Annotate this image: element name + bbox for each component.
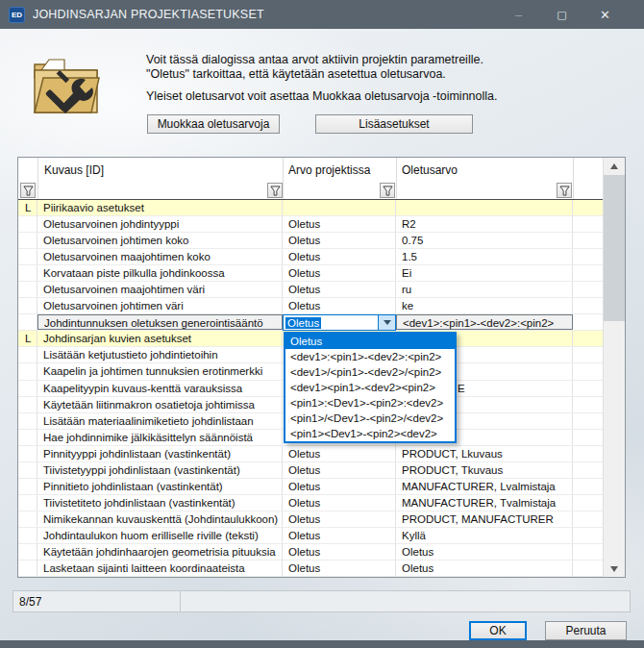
setting-label: Johdinsarjan kuvien asetukset [37,331,283,346]
extra-cell [573,561,603,576]
combobox-dropdown-button[interactable] [378,315,395,330]
project-value: Oletus [283,528,396,543]
table-row[interactable]: Oletusarvoinen johdintyyppiOletusR2 [18,216,603,233]
filter-button-marker[interactable] [20,183,36,198]
app-icon: ED [9,7,25,23]
funnel-icon [383,186,393,196]
setting-label: Oletusarvoinen johdintyyppi [37,216,283,232]
funnel-icon [270,186,281,196]
filter-button-arvo[interactable] [380,183,395,198]
table-row[interactable]: Tiivistetiteto johdinlistaan (vastinkent… [18,495,603,511]
row-marker: L [18,200,37,215]
edit-defaults-button[interactable]: Muokkaa oletusarvoja [147,114,280,134]
more-settings-button[interactable]: Lisäasetukset [315,114,473,134]
extra-cell [573,544,603,560]
default-value: PRODUCT, MANUFACTURER [396,511,573,527]
extra-cell [573,216,603,232]
row-marker [18,363,37,379]
status-bar-spacer [181,591,630,611]
dropdown-item[interactable]: <pin1>:<Dev1>-<pin2>:<dev2> [285,395,455,411]
scroll-down-button[interactable] [604,561,625,577]
table-row[interactable]: Oletusarvoinen maajohtimen kokoOletus1.5 [18,249,603,265]
row-marker [18,511,37,527]
arrow-down-icon [610,566,618,572]
value-combobox[interactable]: Oletus [283,314,396,331]
dropdown-item[interactable]: Oletus [285,334,455,349]
maximize-icon: ▢ [557,9,566,21]
extra-cell [573,331,603,346]
project-value [283,200,396,215]
table-row[interactable]: Tiivistetyyppi johdinlistaan (vastinkent… [18,462,603,479]
column-divider [396,158,397,199]
table-row[interactable]: Johdintunnuksen oletuksen generointisään… [18,314,603,331]
table-row[interactable]: Pinnityyppi johdinlistaan (vastinkentät)… [18,446,603,462]
default-value: R2 [396,216,573,232]
extra-cell [573,298,603,313]
table-row[interactable]: Pinnitieto johdinlistaan (vastinkentät)O… [18,479,603,495]
vertical-scrollbar[interactable] [603,158,625,577]
row-marker [18,413,37,429]
setting-label: Lisätään materiaalinimiketieto johdinlis… [37,413,283,429]
dropdown-item[interactable]: <dev1>/<pin1>-<dev2>/<pin2> [285,364,455,380]
table-row[interactable]: Oletusarvoinen johtimen kokoOletus0.75 [18,233,603,249]
default-value: MANUFACTURER, Tvalmistaja [396,495,573,511]
scrollbar-thumb[interactable] [604,175,625,321]
extra-cell [573,511,603,527]
row-marker [18,544,37,560]
table-row[interactable]: Korvataan piste pilkulla johdinkoossaOle… [18,265,603,282]
project-value: Oletus [283,561,396,576]
setting-label: Johdintaulukon huom erilliselle riville … [37,528,283,543]
default-value: Kyllä [396,528,573,543]
maximize-button[interactable]: ▢ [540,0,583,29]
setting-label: Kaapelin ja johtimen tunnuksien erotinme… [37,363,283,379]
setting-label: Nimikekannan kuvauskenttä (Johdintaulukk… [37,511,283,527]
row-marker [18,495,37,511]
table-row[interactable]: Oletusarvoinen johtimen väriOletuske [18,298,603,314]
default-value: PRODUCT, Lkuvaus [396,446,573,461]
extra-cell [573,282,603,297]
column-header-arvo[interactable]: Arvo projektissa [288,158,370,182]
funnel-icon [559,186,570,196]
column-header-oletusarvo[interactable]: Oletusarvo [402,158,458,182]
intro-line-3: Yleiset oletusarvot voit asettaa Muokkaa… [146,89,497,103]
dropdown-item[interactable]: <dev1>:<pin1>-<dev2>:<pin2> [285,349,455,364]
minimize-icon: – [515,8,522,22]
close-button[interactable]: ✕ [583,0,627,29]
column-header-kuvaus[interactable]: Kuvaus [ID] [44,158,104,182]
project-value: Oletus [283,282,396,297]
combo-dropdown-list[interactable]: Oletus<dev1>:<pin1>-<dev2>:<pin2><dev1>/… [284,332,457,443]
row-marker [18,216,37,232]
row-marker [18,282,37,297]
table-row[interactable]: Oletusarvoinen maajohtimen väriOletusru [18,282,603,298]
table-row[interactable]: Käytetään johdinhaarojen geometrisia pit… [18,544,603,561]
extra-cell [573,413,603,429]
extra-cell [573,462,603,478]
row-marker [18,430,37,445]
table-row[interactable]: Johdintaulukon huom erilliselle riville … [18,528,603,544]
project-value: Oletus [283,216,396,232]
group-header-row[interactable]: LPiirikaavio asetukset [18,200,603,216]
project-value: Oletus [283,479,396,494]
dropdown-item[interactable]: <pin1><Dev1>-<pin2><dev2> [285,426,455,441]
dropdown-item[interactable]: <dev1><pin1>-<dev2><pin2> [285,380,455,395]
project-value: Oletus [283,265,396,281]
intro-line-1: Voit tässä dialogissa antaa arvot aktiiv… [146,53,483,66]
row-marker [18,561,37,576]
table-row[interactable]: Nimikekannan kuvauskenttä (Johdintaulukk… [18,511,603,528]
row-marker [18,265,37,281]
project-value: Oletus [283,511,396,527]
cancel-button[interactable]: Peruuta [545,621,627,640]
extra-cell [573,381,603,396]
window-title: JOHDINSARJAN PROJEKTIASETUKSET [33,8,264,21]
table-row[interactable]: Lasketaan sijainti laitteen koordinaatei… [18,561,603,577]
minimize-button[interactable]: – [497,0,540,29]
ok-button[interactable]: OK [469,621,527,640]
project-value: Oletus [283,298,396,313]
scroll-up-button[interactable] [604,158,625,174]
filter-button-oletusarvo[interactable] [557,183,572,198]
row-marker: L [18,331,37,346]
row-marker [18,233,37,248]
row-marker [18,249,37,264]
dropdown-item[interactable]: <pin1>/<Dev1>-<pin2>/<dev2> [285,411,455,426]
filter-button-kuvaus[interactable] [267,183,283,198]
